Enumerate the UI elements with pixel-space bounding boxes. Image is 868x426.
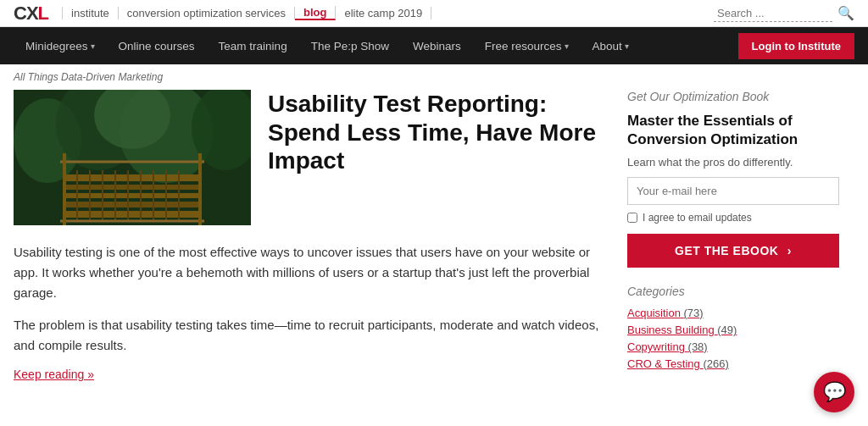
chevron-down-icon: ▾: [565, 41, 569, 51]
nav-bar: Minidegrees ▾ Online courses Team traini…: [0, 27, 868, 64]
chat-icon: 💬: [823, 381, 846, 387]
top-nav-links: institute conversion optimization servic…: [62, 6, 714, 20]
main-content: Usability Test Reporting: Spend Less Tim…: [0, 90, 868, 387]
categories-section: Categories Acquisition (73) Business Bui…: [627, 285, 839, 370]
chevron-down-icon: ▾: [625, 41, 629, 51]
article-content: Usability Test Reporting: Spend Less Tim…: [14, 90, 607, 387]
nav-online-courses[interactable]: Online courses: [107, 27, 207, 64]
article-bridge-svg: [14, 90, 251, 225]
email-field[interactable]: [627, 177, 839, 205]
search-button[interactable]: 🔍: [837, 5, 854, 21]
article-title: Usability Test Reporting: Spend Less Tim…: [268, 90, 607, 175]
ebook-section: Get Our Optimization Book Master the Ess…: [627, 90, 839, 268]
logo[interactable]: CXL: [14, 3, 48, 25]
nav-pep-show[interactable]: The Pe:p Show: [299, 27, 401, 64]
main-nav: Minidegrees ▾ Online courses Team traini…: [14, 27, 738, 64]
search-input[interactable]: [714, 5, 832, 22]
logo-l: L: [38, 3, 48, 24]
ebook-subtitle: Learn what the pros do differently.: [627, 156, 839, 169]
checkbox-row: I agree to email updates: [627, 212, 839, 224]
logo-cx: CX: [14, 3, 38, 24]
sidebar: Get Our Optimization Book Master the Ess…: [627, 90, 839, 387]
nav-team-training[interactable]: Team training: [207, 27, 299, 64]
ebook-section-title: Get Our Optimization Book: [627, 90, 839, 103]
categories-title: Categories: [627, 285, 839, 298]
nav-link-elitecamp[interactable]: elite camp 2019: [336, 7, 431, 19]
chevron-down-icon: ▾: [91, 41, 95, 51]
nav-link-institute[interactable]: institute: [62, 7, 119, 19]
category-cro-testing[interactable]: CRO & Testing (266): [627, 357, 839, 370]
category-acquisition[interactable]: Acquisition (73): [627, 307, 839, 319]
article-header: Usability Test Reporting: Spend Less Tim…: [14, 90, 607, 225]
nav-about[interactable]: About ▾: [581, 27, 641, 64]
ebook-title: Master the Essentials of Conversion Opti…: [627, 112, 839, 149]
article-image: [14, 90, 251, 225]
article-paragraph-2: The problem is that usability testing ta…: [14, 315, 607, 356]
category-copywriting[interactable]: Copywriting (38): [627, 340, 839, 353]
nav-link-conversion[interactable]: conversion optimization services: [119, 7, 295, 19]
nav-minidegrees[interactable]: Minidegrees ▾: [14, 27, 107, 64]
category-business-building[interactable]: Business Building (49): [627, 324, 839, 336]
top-bar: CXL institute conversion optimization se…: [0, 0, 868, 27]
nav-free-resources[interactable]: Free resources ▾: [473, 27, 581, 64]
article-paragraph-1: Usability testing is one of the most eff…: [14, 242, 607, 303]
agree-label: I agree to email updates: [643, 212, 752, 224]
login-button[interactable]: Login to Institute: [738, 33, 854, 59]
arrow-icon: ›: [787, 244, 792, 257]
agree-checkbox[interactable]: [627, 213, 637, 223]
ebook-button[interactable]: GET THE EBOOK ›: [627, 234, 839, 268]
svg-rect-24: [14, 90, 251, 225]
breadcrumb: All Things Data-Driven Marketing: [0, 64, 868, 90]
nav-link-blog[interactable]: blog: [295, 6, 336, 20]
article-body: Usability testing is one of the most eff…: [14, 242, 607, 356]
keep-reading-link[interactable]: Keep reading »: [14, 368, 94, 381]
nav-webinars[interactable]: Webinars: [401, 27, 473, 64]
search-area: 🔍: [714, 5, 854, 22]
